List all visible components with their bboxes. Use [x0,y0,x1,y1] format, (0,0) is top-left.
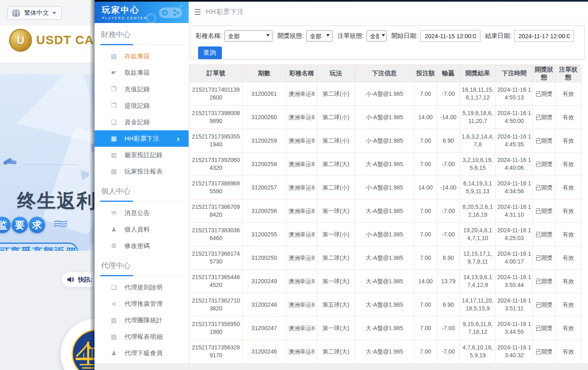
table-cell: 6.90 [437,293,460,317]
hall-records-icon: ▥ [110,151,118,159]
table-row: 215217317365446452031200249澳洲幸运8第一球(大)大-… [190,270,581,293]
sidebar-item-recharge-records[interactable]: ❒充值記錄 [95,81,189,97]
table-cell: 7.00 [414,293,437,317]
table-cell: 31200256 [242,199,286,223]
table-header-row: 訂單號期數彩種名稱玩法下注信息投注額輸贏開獎結果下注時間開獎狀態注單狀態 [190,65,581,82]
table-cell: 31200248 [242,293,286,317]
start-date-input[interactable] [420,30,480,42]
sidebar-item-label: 充值記錄 [125,86,150,93]
table-cell: 2024-11-16 13:40:32 [496,340,533,363]
table-cell: 7.00 [414,129,437,153]
hamburger-icon[interactable]: ☰ [194,7,201,17]
speaker-icon [67,276,75,283]
table-cell: 第一球(大) [317,199,355,223]
table-cell: 第一球(大) [317,270,355,293]
sidebar-item-player-bet-report[interactable]: ▨玩家投注報表 [95,163,189,180]
sidebar-item-label: 個人資料 [125,226,150,234]
table-cell: 澳洲幸运8 [286,199,317,223]
draw-status-select[interactable]: 全部 [306,30,332,42]
sidebar-item-agent-team-stats[interactable]: ▥代理團隊統計 [95,312,189,328]
sidebar-item-funds-records[interactable]: ❑資金記錄 [95,114,189,130]
chevron-right-icon: › [177,134,180,143]
table-cell: 7.00 [414,223,437,246]
lottery-name-select[interactable]: 全部 [224,30,272,42]
table-cell: -7.00 [437,199,460,223]
table-cell: 小-A盤@1.985 [355,223,414,246]
table-row: 215217317368174573031200250澳洲幸运8第二球(大)大-… [190,246,581,270]
table-cell: 31200249 [242,270,286,293]
table-cell: 第二球(小) [317,176,355,199]
table-row: 215217317356328917031200246澳洲幸运8第二球(大)大-… [190,340,581,363]
sidebar-item-hall-bet-records[interactable]: ▥廳室投註記錄 [95,147,189,163]
sidebar-item-label: 取款專區 [125,69,150,77]
table-row: 215217317395355194031200259澳洲幸运8第二球(小)小-… [190,129,581,153]
table-cell: 大-A盤@1.985 [355,153,414,176]
table-cell: 2024-11-16 13:51:11 [496,293,533,317]
table-cell: 第二球(大) [317,340,355,363]
table-cell: 2024-11-16 14:50:00 [496,106,533,129]
sidebar-item-hh-lottery-bets[interactable]: ▦HH彩票下注› [95,130,189,147]
table-cell: 澳洲幸运8 [286,293,317,317]
table-cell: 澳洲幸运8 [286,129,317,153]
table-cell: 2024-11-16 13:44:55 [496,317,533,340]
chevron-down-icon [52,12,56,14]
sidebar-item-deposit[interactable]: ▤存款專區 [95,48,189,65]
table-cell: -7.00 [437,317,460,340]
table-cell: 第一球(小) [317,223,355,246]
usdt-coin-logo: U [9,29,32,52]
table-header-cell: 彩種名稱 [286,65,317,82]
sidebar-item-withdraw-records[interactable]: ❐提現記錄 [95,97,189,114]
document-icon: ❏ [110,284,118,291]
table-cell: 有效 [556,223,581,246]
table-cell: 14.00 [414,106,437,129]
sidebar-item-agent-rules[interactable]: ❏代理規則說明 [95,279,189,296]
sidebar-item-change-password[interactable]: ⚙修改密碼 [95,238,189,254]
sidebar-item-label: HH彩票下注 [125,135,159,143]
table-cell: 4,7,6,10,18,5,9,19 [460,340,496,363]
language-selector[interactable]: 繁体中文 [7,6,62,20]
table-cell: 大-A盤@1.985 [355,317,414,340]
table-cell: 有效 [556,176,581,199]
sidebar-item-agent-promotion[interactable]: ≺代理推廣管理 [95,296,189,312]
table-header-cell: 下注時間 [496,65,533,82]
hand-withdraw-icon: ☛ [110,69,118,76]
table-header-cell: 注單狀態 [556,65,581,82]
table-cell: 已開獎 [533,106,556,129]
end-date-input[interactable] [514,30,574,42]
table-cell: 1,6,3,2,14,4,7,8 [460,129,496,153]
page-title: HH彩票下注 [206,8,244,16]
gear-icon: ⚙ [110,242,118,250]
table-cell: 第二球(小) [317,129,355,153]
sidebar-item-withdraw[interactable]: ☛取款專區 [95,65,189,81]
table-cell: 31200246 [242,340,286,363]
sidebar-item-profile[interactable]: ♟個人資料 [95,221,189,238]
table-cell: 已開獎 [533,199,556,223]
table-cell: 14,13,9,6,17,4,12,8 [460,270,496,293]
table-header-cell: 期數 [242,65,286,82]
bank-card-icon: ▤ [110,53,118,60]
sidebar-item-label: 廳室投註記錄 [125,151,163,159]
sidebar-item-announcements[interactable]: ✉消息公告 [95,205,189,221]
draw-status-select-wrap: 全部 [306,30,332,42]
table-cell: 2024-11-16 14:40:06 [496,153,533,176]
sidebar-item-label: 代理推廣管理 [125,300,163,308]
sidebar-section-label: 代理中心 [101,261,184,276]
sidebar-item-agent-sub-members[interactable]: ♟代理下級會員 [95,345,189,361]
table-cell: 大-A盤@1.985 [355,293,414,317]
order-status-select[interactable]: 全部 [367,30,387,42]
table-cell: -7.00 [437,153,460,176]
bubble-decor [146,13,157,23]
table-cell: 2024-11-16 14:34:56 [496,176,533,199]
table-cell: 有效 [556,340,581,363]
table-row: 215217317362710382031200248澳洲幸运8第五球(大)大-… [190,293,581,317]
main-content: ☰ HH彩票下注 彩種名稱: 全部 開獎狀態: [189,2,588,363]
table-cell: 2152173173953551940 [190,129,242,153]
sidebar-item-agent-report-detail[interactable]: ▨代理報表明細 [95,328,189,345]
promo-badge: 求 [29,217,45,233]
sidebar-item-label: 修改密碼 [125,242,150,250]
table-cell: 7.00 [414,82,437,106]
search-button[interactable]: 查詢 [198,46,222,59]
table-cell: 有效 [556,270,581,293]
table-cell: 已開獎 [533,293,556,317]
players-center-overlay: 玩家中心 PLAYERS CENTER 財務中心▤存款專區☛取款專區❒充值記錄❐… [95,0,588,370]
